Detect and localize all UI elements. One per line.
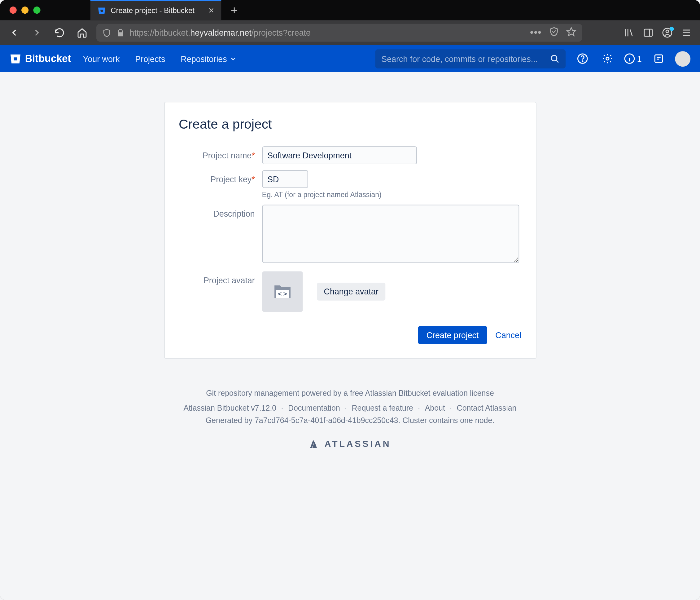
bitbucket-logo-icon — [9, 53, 21, 65]
url-text: https://bitbucket.heyvaldemar.net/projec… — [130, 28, 525, 38]
hamburger-menu-icon[interactable] — [681, 27, 692, 38]
reload-button[interactable] — [51, 24, 68, 41]
search-input[interactable] — [381, 54, 546, 64]
footer-about[interactable]: About — [425, 404, 445, 412]
notif-count: 1 — [637, 54, 642, 64]
close-window-icon[interactable] — [9, 6, 17, 14]
footer-license: Git repository management powered by a f… — [0, 389, 700, 398]
close-tab-icon[interactable]: × — [208, 5, 214, 16]
tab-title: Create project - Bitbucket — [110, 6, 204, 15]
atlassian-icon — [309, 438, 320, 449]
help-icon[interactable] — [574, 50, 591, 67]
user-avatar[interactable] — [675, 51, 691, 66]
page-actions-icon[interactable]: ••• — [530, 27, 542, 38]
project-key-hint: Eg. AT (for a project named Atlassian) — [262, 190, 521, 199]
footer-request-feature[interactable]: Request a feature — [352, 404, 413, 412]
nav-your-work[interactable]: Your work — [79, 54, 123, 64]
minimize-window-icon[interactable] — [21, 6, 28, 14]
create-project-button[interactable]: Create project — [418, 326, 487, 344]
url-bar[interactable]: https://bitbucket.heyvaldemar.net/projec… — [96, 24, 582, 42]
folder-code-icon: < > — [272, 281, 293, 302]
bitbucket-favicon-icon — [98, 6, 106, 15]
sidebar-icon[interactable] — [643, 27, 654, 38]
browser-tab[interactable]: Create project - Bitbucket × — [91, 0, 221, 20]
window-controls[interactable] — [5, 6, 45, 14]
new-tab-button[interactable]: + — [226, 3, 243, 17]
svg-text:< >: < > — [278, 290, 287, 297]
nav-repositories[interactable]: Repositories — [177, 54, 240, 64]
label-project-key: Project key* — [179, 170, 262, 184]
info-icon — [624, 53, 635, 64]
nav-projects[interactable]: Projects — [132, 54, 169, 64]
notifications-button[interactable]: 1 — [624, 53, 642, 64]
header-search[interactable] — [375, 49, 566, 68]
project-avatar-preview: < > — [262, 271, 303, 312]
footer-generated: Generated by 7a7cd764-5c7a-401f-a06d-41b… — [0, 416, 700, 425]
svg-point-2 — [666, 30, 669, 33]
shield-icon — [102, 28, 111, 37]
library-icon[interactable] — [624, 27, 635, 38]
protection-shield-icon[interactable] — [549, 26, 559, 39]
whats-new-icon[interactable] — [650, 50, 667, 67]
svg-point-5 — [582, 61, 583, 62]
brand-label: Bitbucket — [25, 53, 71, 65]
search-icon — [550, 54, 560, 64]
atlassian-label: ATLASSIAN — [325, 438, 391, 449]
svg-point-6 — [606, 57, 609, 60]
settings-icon[interactable] — [599, 50, 616, 67]
maximize-window-icon[interactable] — [33, 6, 41, 14]
create-project-card: Create a project Project name* Project k… — [164, 102, 536, 359]
label-description: Description — [179, 205, 262, 218]
change-avatar-button[interactable]: Change avatar — [317, 283, 385, 301]
nav-repositories-label: Repositories — [181, 54, 227, 64]
home-button[interactable] — [74, 24, 91, 41]
forward-button[interactable] — [28, 24, 45, 41]
description-input[interactable] — [262, 205, 519, 263]
project-key-input[interactable] — [262, 170, 308, 188]
back-button[interactable] — [6, 24, 23, 41]
cancel-link[interactable]: Cancel — [495, 330, 521, 340]
footer-contact[interactable]: Contact Atlassian — [457, 404, 517, 412]
page-title: Create a project — [179, 117, 521, 132]
account-icon[interactable] — [662, 27, 673, 38]
bookmark-star-icon[interactable] — [566, 26, 576, 39]
label-project-avatar: Project avatar — [179, 271, 262, 285]
footer-version[interactable]: Atlassian Bitbucket v7.12.0 — [184, 404, 277, 412]
app-header: Bitbucket Your work Projects Repositorie… — [0, 45, 700, 72]
svg-point-3 — [551, 55, 557, 61]
svg-rect-0 — [644, 29, 652, 36]
page-footer: Git repository management powered by a f… — [0, 389, 700, 449]
atlassian-logo[interactable]: ATLASSIAN — [0, 438, 700, 449]
project-name-input[interactable] — [262, 146, 417, 164]
chevron-down-icon — [229, 55, 236, 62]
label-project-name: Project name* — [179, 146, 262, 160]
lock-icon — [116, 28, 125, 37]
footer-documentation[interactable]: Documentation — [288, 404, 340, 412]
brand[interactable]: Bitbucket — [9, 53, 71, 65]
